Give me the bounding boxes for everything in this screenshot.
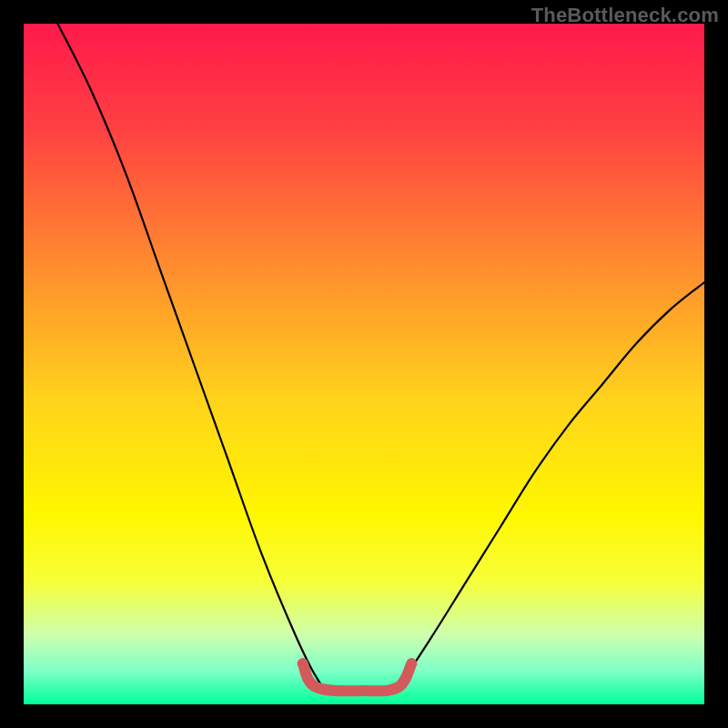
plot-background: [24, 24, 704, 704]
watermark-text: TheBottleneck.com: [531, 4, 719, 27]
plot-frame: [0, 704, 728, 728]
chart-frame: TheBottleneck.com: [0, 0, 728, 728]
plot-frame: [0, 0, 24, 728]
plot-frame: [704, 0, 728, 728]
bottleneck-chart: [0, 0, 728, 728]
